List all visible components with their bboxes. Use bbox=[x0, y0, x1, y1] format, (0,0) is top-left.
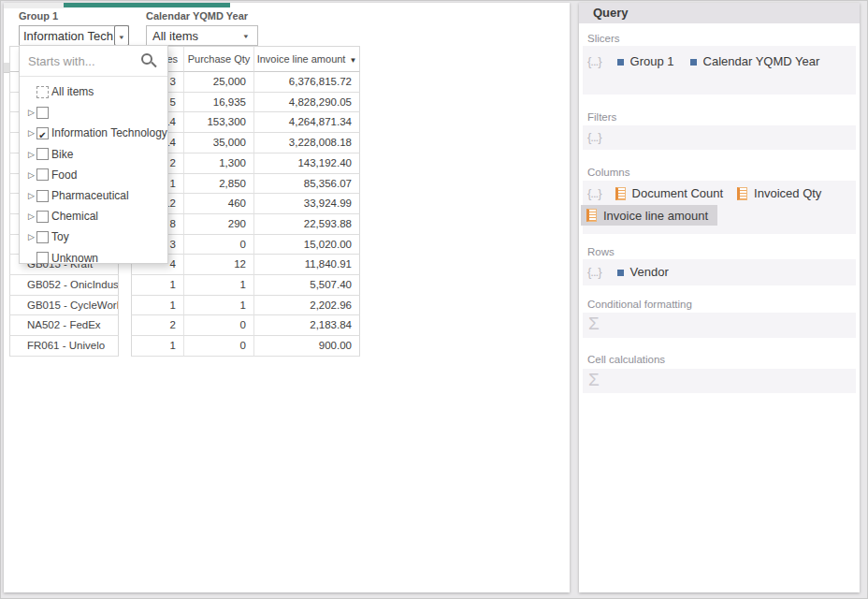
qty-cell[interactable]: 35,000 bbox=[183, 133, 253, 153]
qty-cell[interactable]: 1 bbox=[183, 296, 253, 316]
filter-option-food[interactable]: ▷ Food bbox=[20, 165, 167, 185]
amount-cell[interactable]: 85,356.07 bbox=[253, 174, 360, 195]
dimension-bullet-icon bbox=[690, 59, 697, 66]
amount-cell[interactable]: 2,202.96 bbox=[253, 296, 360, 316]
invoice-amount-column-header[interactable]: Invoice line amount▼ bbox=[253, 46, 360, 72]
expand-arrow-icon[interactable]: ▷ bbox=[20, 144, 36, 165]
app-root: Group 1 Information Techn ▼ Calendar YQM… bbox=[0, 0, 868, 599]
amount-cell[interactable]: 33,924.99 bbox=[253, 194, 360, 214]
column-chip-document-count[interactable]: Document Count bbox=[632, 186, 724, 200]
expand-arrow-icon[interactable]: ▷ bbox=[20, 102, 36, 123]
qty-cell[interactable]: 290 bbox=[183, 214, 253, 235]
inactive-tab-strip[interactable] bbox=[4, 3, 64, 8]
qty-cell[interactable]: 25,000 bbox=[183, 72, 253, 93]
amount-cell[interactable]: 4,264,871.34 bbox=[253, 112, 360, 133]
purchase-qty-column-header[interactable]: Purchase Qty bbox=[183, 46, 253, 72]
calendar-slicer-label: Calendar YQMD Year bbox=[146, 10, 248, 22]
filter-option-list: All items ▷ ▷ ✔ Information Technology ▷… bbox=[20, 77, 167, 269]
amount-cell[interactable]: 15,020.00 bbox=[253, 235, 360, 256]
row-chip-vendor[interactable]: Vendor bbox=[630, 265, 669, 279]
qty-cell[interactable]: 2,850 bbox=[183, 174, 253, 195]
amount-cell[interactable]: 4,828,290.05 bbox=[253, 93, 360, 113]
group1-dropdown-button[interactable]: ▼ bbox=[114, 25, 129, 46]
amount-cell[interactable]: 22,593.88 bbox=[253, 214, 360, 235]
checkbox[interactable] bbox=[36, 231, 49, 243]
count-cell[interactable]: 1 bbox=[131, 336, 183, 357]
checkbox[interactable] bbox=[36, 107, 49, 119]
columns-section-label: Columns bbox=[587, 167, 629, 178]
amount-cell[interactable]: 3,228,008.18 bbox=[253, 133, 360, 153]
qty-cell[interactable]: 0 bbox=[183, 336, 253, 357]
amount-cell[interactable]: 143,192.40 bbox=[253, 153, 360, 174]
cell-calculations-dropzone[interactable]: Σ bbox=[583, 369, 856, 393]
expand-arrow-icon[interactable]: ▷ bbox=[20, 123, 36, 143]
qty-cell[interactable]: 460 bbox=[183, 194, 253, 214]
expand-arrow-icon[interactable]: ▷ bbox=[20, 226, 36, 247]
measure-icon bbox=[615, 187, 626, 200]
measure-icon bbox=[586, 209, 597, 222]
filter-option-information-technology[interactable]: ▷ ✔ Information Technology bbox=[20, 123, 167, 143]
group1-slicer-combobox[interactable]: Information Techn ▼ bbox=[19, 25, 129, 46]
amount-cell[interactable]: 6,376,815.72 bbox=[253, 72, 360, 93]
filter-option-blank[interactable]: ▷ bbox=[20, 102, 167, 123]
report-canvas: Group 1 Information Techn ▼ Calendar YQM… bbox=[4, 3, 570, 592]
set-braces-icon: {...} bbox=[587, 54, 601, 68]
count-cell[interactable]: 2 bbox=[131, 315, 183, 336]
slicer-chip-group1[interactable]: Group 1 bbox=[630, 54, 674, 68]
query-panel: Query Slicers {...} Group 1 Calendar YQM… bbox=[579, 3, 860, 592]
filter-option-all-items[interactable]: All items bbox=[20, 81, 167, 102]
qty-cell[interactable]: 12 bbox=[183, 255, 253, 275]
invoice-amount-header-label: Invoice line amount bbox=[257, 53, 346, 65]
conditional-formatting-dropzone[interactable]: Σ bbox=[583, 313, 856, 338]
column-chip-invoice-line-amount-selected[interactable]: Invoice line amount bbox=[581, 205, 717, 226]
set-braces-icon: {...} bbox=[587, 130, 601, 144]
checkbox-checked[interactable]: ✔ bbox=[36, 127, 49, 139]
expand-arrow-icon[interactable]: ▷ bbox=[20, 185, 36, 206]
expand-arrow-icon[interactable]: ▷ bbox=[20, 165, 36, 185]
vendor-cell[interactable]: GB015 - CycleWorld bbox=[9, 296, 119, 316]
amount-cell[interactable]: 5,507.40 bbox=[253, 275, 360, 296]
count-cell[interactable]: 1 bbox=[131, 275, 183, 296]
slicers-dropzone[interactable]: {...} Group 1 Calendar YQMD Year bbox=[583, 46, 856, 95]
qty-cell[interactable]: 0 bbox=[183, 315, 253, 336]
checkbox[interactable] bbox=[36, 168, 49, 181]
amount-cell[interactable]: 2,183.84 bbox=[253, 315, 360, 336]
amount-cell[interactable]: 11,840.91 bbox=[253, 255, 360, 275]
set-braces-icon: {...} bbox=[587, 186, 601, 200]
qty-cell[interactable]: 1 bbox=[183, 275, 253, 296]
column-chip-invoiced-qty[interactable]: Invoiced Qty bbox=[754, 186, 821, 200]
search-icon bbox=[141, 53, 152, 65]
checkbox[interactable] bbox=[36, 190, 49, 202]
indeterminate-checkbox[interactable] bbox=[36, 86, 49, 98]
vendor-cell[interactable]: NA502 - FedEx bbox=[9, 315, 119, 336]
group1-slicer-value: Information Techn bbox=[23, 29, 113, 43]
search-input[interactable] bbox=[28, 51, 140, 71]
checkbox[interactable] bbox=[36, 148, 49, 160]
qty-cell[interactable]: 0 bbox=[183, 235, 253, 256]
filter-option-chemical[interactable]: ▷ Chemical bbox=[20, 206, 167, 226]
calendar-slicer-combobox[interactable]: All items ▼ bbox=[146, 25, 258, 46]
amount-cell[interactable]: 900.00 bbox=[253, 336, 360, 357]
slicer-chip-calendar[interactable]: Calendar YQMD Year bbox=[703, 54, 820, 68]
vendor-cell[interactable]: FR061 - Univelo bbox=[9, 336, 119, 357]
caret-down-icon: ▼ bbox=[242, 26, 250, 47]
qty-cell[interactable]: 16,935 bbox=[183, 93, 253, 113]
vendor-cell[interactable]: GB052 - OnicIndus bbox=[9, 275, 119, 296]
caret-down-icon: ▼ bbox=[118, 28, 125, 47]
expand-arrow-icon[interactable]: ▷ bbox=[20, 206, 36, 226]
filter-option-unknown[interactable]: Unknown bbox=[20, 248, 167, 269]
rows-section-label: Rows bbox=[587, 246, 615, 257]
qty-cell[interactable]: 1,300 bbox=[183, 153, 253, 174]
checkbox[interactable] bbox=[36, 252, 49, 264]
filter-option-toy[interactable]: ▷ Toy bbox=[20, 226, 167, 247]
filter-option-pharmaceutical[interactable]: ▷ Pharmaceutical bbox=[20, 185, 167, 206]
columns-dropzone[interactable]: {...} Document Count Invoiced Qty Invoic… bbox=[583, 181, 856, 234]
filters-dropzone[interactable]: {...} bbox=[583, 125, 856, 150]
set-braces-icon: {...} bbox=[587, 265, 601, 279]
filter-option-bike[interactable]: ▷ Bike bbox=[20, 144, 167, 165]
count-cell[interactable]: 1 bbox=[131, 296, 183, 316]
slicers-section-label: Slicers bbox=[587, 33, 620, 44]
rows-dropzone[interactable]: {...} Vendor bbox=[583, 259, 856, 285]
qty-cell[interactable]: 153,300 bbox=[183, 112, 253, 133]
checkbox[interactable] bbox=[36, 211, 49, 223]
